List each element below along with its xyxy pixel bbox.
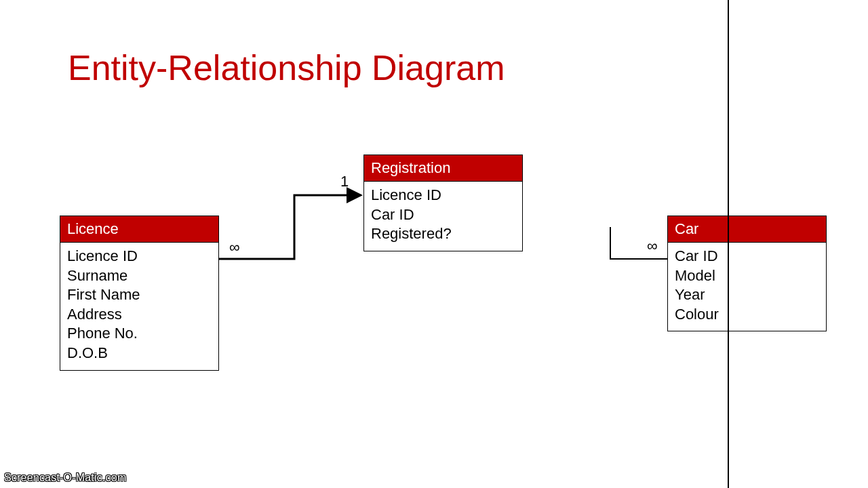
- slide-right-border: [728, 0, 729, 488]
- attribute: Licence ID: [67, 247, 212, 266]
- attribute: Car ID: [371, 205, 515, 225]
- attribute: Address: [67, 305, 212, 325]
- entity-registration-header: Registration: [364, 155, 522, 182]
- attribute: Surname: [67, 266, 212, 286]
- watermark: Screencast-O-Matic.com: [4, 472, 126, 484]
- cardinality-registration: 1: [340, 173, 349, 190]
- connector-licence-registration: [219, 195, 361, 259]
- entity-licence: Licence Licence ID Surname First Name Ad…: [60, 216, 219, 371]
- attribute: Licence ID: [371, 186, 515, 205]
- attribute: First Name: [67, 285, 212, 305]
- attribute: Year: [675, 285, 819, 305]
- entity-car-body: Car ID Model Year Colour: [668, 243, 826, 331]
- attribute: Car ID: [675, 247, 819, 266]
- attribute: Phone No.: [67, 324, 212, 344]
- cardinality-licence: ∞: [229, 239, 240, 256]
- attribute: Registered?: [371, 224, 515, 244]
- attribute: Colour: [675, 305, 819, 325]
- entity-registration: Registration Licence ID Car ID Registere…: [363, 155, 523, 251]
- entity-licence-header: Licence: [60, 216, 218, 243]
- attribute: D.O.B: [67, 344, 212, 363]
- entity-registration-body: Licence ID Car ID Registered?: [364, 182, 522, 251]
- entity-car-header: Car: [668, 216, 826, 243]
- entity-licence-body: Licence ID Surname First Name Address Ph…: [60, 243, 218, 370]
- attribute: Model: [675, 266, 819, 286]
- entity-car: Car Car ID Model Year Colour: [667, 216, 827, 331]
- connector-car-fragment: [610, 227, 667, 259]
- diagram-title: Entity-Relationship Diagram: [68, 47, 505, 88]
- cardinality-car: ∞: [647, 237, 658, 255]
